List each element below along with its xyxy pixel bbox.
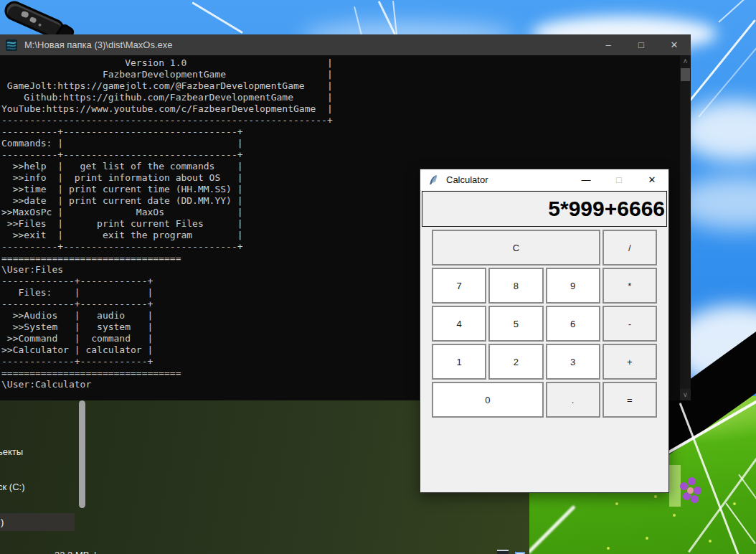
calc-button-5[interactable]: 5 — [488, 306, 543, 342]
chevron-up-icon[interactable]: ˄ — [680, 55, 691, 67]
calc-button-=[interactable]: = — [603, 382, 657, 418]
calc-button-C[interactable]: C — [432, 230, 600, 266]
calc-button-3[interactable]: 3 — [546, 344, 600, 380]
explorer-selected-item[interactable]: ) — [0, 513, 75, 531]
console-scrollbar[interactable]: ˄ ˅ — [680, 55, 691, 400]
explorer-nav-item-disk-c[interactable]: ск (C:) — [0, 482, 24, 492]
tkinter-feather-icon — [428, 174, 440, 186]
calc-button--[interactable]: - — [603, 306, 657, 342]
explorer-status-bar: - 33.2 MB | — [0, 545, 172, 554]
calculator-display[interactable]: 5*999+6666 — [422, 191, 667, 227]
light-green-strip — [669, 465, 681, 507]
calc-button-*[interactable]: * — [603, 268, 657, 304]
calculator-window: Calculator — □ ✕ 5*999+6666 C/789*456-12… — [420, 169, 669, 493]
desktop: ьекты ск (C:) ) - 33.2 MB | M:\Новая пап… — [0, 0, 756, 554]
crack-line — [718, 0, 756, 23]
calc-button-6[interactable]: 6 — [546, 306, 600, 342]
status-size-text: 33.2 MB — [55, 550, 89, 554]
calculator-minimize-button[interactable]: — — [570, 169, 603, 190]
calc-button-1[interactable]: 1 — [432, 344, 486, 380]
calc-button-0[interactable]: 0 — [432, 382, 544, 418]
taskbar-peek-icon[interactable] — [497, 550, 509, 554]
crack-line — [192, 1, 243, 34]
explorer-nav-item-objects[interactable]: ьекты — [0, 446, 23, 457]
calc-button-7[interactable]: 7 — [432, 268, 486, 304]
calculator-titlebar[interactable]: Calculator — □ ✕ — [420, 169, 668, 190]
console-close-button[interactable]: ✕ — [658, 34, 691, 55]
calculator-maximize-button[interactable]: □ — [603, 169, 635, 190]
calculator-close-button[interactable]: ✕ — [635, 169, 668, 190]
calc-button-9[interactable]: 9 — [546, 268, 600, 304]
calculator-keypad: C/789*456-123+0.= — [432, 230, 657, 418]
console-minimize-button[interactable]: – — [592, 34, 625, 55]
console-titlebar[interactable]: M:\Новая папка (3)\dist\MaxOs.exe – □ ✕ — [0, 34, 691, 55]
console-maximize-button[interactable]: □ — [625, 34, 658, 55]
calc-button-8[interactable]: 8 — [488, 268, 543, 304]
calc-button-.[interactable]: . — [546, 382, 600, 418]
maxos-app-icon[interactable] — [6, 39, 17, 51]
status-dash: - — [10, 550, 13, 554]
calc-button-2[interactable]: 2 — [488, 344, 543, 380]
calc-button-/[interactable]: / — [603, 230, 657, 266]
calculator-title: Calculator — [446, 174, 488, 185]
status-separator: | — [94, 550, 96, 554]
calc-button-4[interactable]: 4 — [432, 306, 486, 342]
calc-button-+[interactable]: + — [603, 344, 657, 380]
chevron-down-icon[interactable]: ˅ — [680, 389, 691, 400]
console-title: M:\Новая папка (3)\dist\MaxOs.exe — [24, 39, 173, 50]
explorer-scrollbar-thumb[interactable] — [79, 400, 85, 508]
console-scrollbar-thumb[interactable] — [681, 68, 690, 81]
